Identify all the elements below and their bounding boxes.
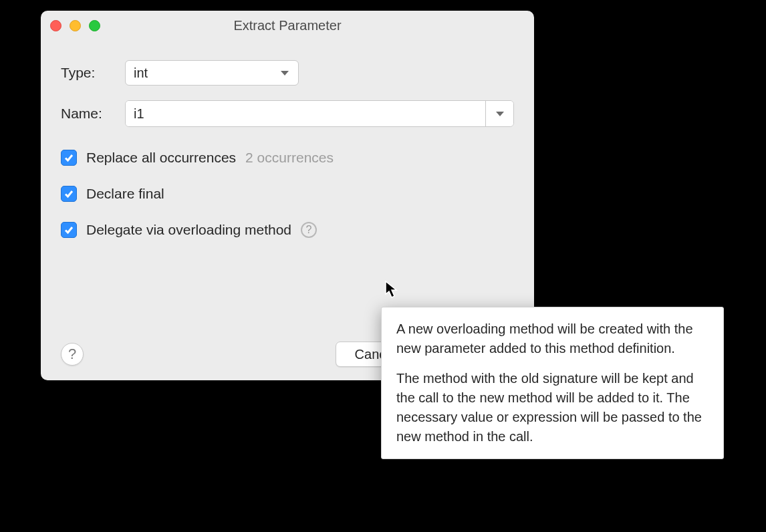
minimize-icon[interactable] bbox=[70, 20, 81, 31]
type-label: Type: bbox=[61, 65, 125, 81]
options-group: Replace all occurrences 2 occurrences De… bbox=[61, 150, 514, 238]
zoom-icon[interactable] bbox=[89, 20, 100, 31]
name-label: Name: bbox=[61, 106, 125, 122]
check-icon bbox=[63, 188, 74, 199]
dialog-content: Type: int Name: Replace all occurrences bbox=[41, 40, 534, 238]
declare-final-label: Declare final bbox=[86, 186, 164, 202]
tooltip-paragraph-2: The method with the old signature will b… bbox=[396, 369, 709, 446]
help-icon[interactable]: ? bbox=[301, 222, 317, 238]
delegate-row: Delegate via overloading method ? bbox=[61, 222, 514, 238]
replace-occurrences-label: Replace all occurrences bbox=[86, 150, 236, 166]
help-button[interactable]: ? bbox=[61, 343, 84, 366]
name-input[interactable] bbox=[126, 101, 485, 126]
close-icon[interactable] bbox=[50, 20, 61, 31]
dialog-title: Extract Parameter bbox=[41, 18, 534, 33]
declare-final-checkbox[interactable] bbox=[61, 186, 77, 202]
chevron-down-icon bbox=[496, 112, 504, 116]
check-icon bbox=[63, 152, 74, 163]
replace-occurrences-row: Replace all occurrences 2 occurrences bbox=[61, 150, 514, 166]
help-tooltip: A new overloading method will be created… bbox=[381, 307, 724, 459]
type-value: int bbox=[134, 65, 148, 81]
delegate-checkbox[interactable] bbox=[61, 222, 77, 238]
chevron-down-icon bbox=[281, 71, 289, 76]
type-row: Type: int bbox=[61, 60, 514, 86]
name-row: Name: bbox=[61, 100, 514, 127]
window-controls bbox=[50, 20, 100, 31]
declare-final-row: Declare final bbox=[61, 186, 514, 202]
replace-occurrences-checkbox[interactable] bbox=[61, 150, 77, 166]
delegate-label: Delegate via overloading method bbox=[86, 222, 291, 238]
name-dropdown-button[interactable] bbox=[485, 101, 513, 126]
check-icon bbox=[63, 225, 74, 235]
tooltip-paragraph-1: A new overloading method will be created… bbox=[396, 319, 709, 358]
type-select[interactable]: int bbox=[125, 60, 299, 86]
occurrences-count: 2 occurrences bbox=[245, 150, 334, 166]
titlebar: Extract Parameter bbox=[41, 11, 534, 40]
name-combo bbox=[125, 100, 514, 127]
